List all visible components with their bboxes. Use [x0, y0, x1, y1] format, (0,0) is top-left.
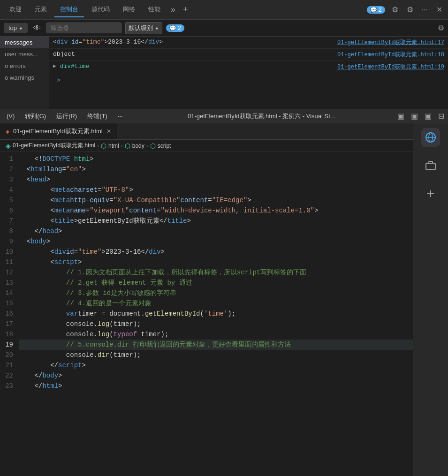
plus-icon [425, 188, 436, 199]
browser-icon [425, 132, 436, 143]
layout-btn-3[interactable]: ▣ [423, 111, 433, 121]
new-tab-icon[interactable]: + [180, 2, 191, 17]
line-num-19: 19 [0, 340, 13, 350]
code-editor: 1 2 3 4 5 6 7 8 9 10 11 12 13 14 15 16 1 [0, 152, 413, 476]
editor-container: ◈ 01-getElementById获取元素.html ✕ ◈ 01-getE… [0, 123, 413, 476]
filter-input[interactable] [46, 23, 121, 33]
code-line-14: // 3.参数 id是大小写敏感的字符串 [19, 288, 413, 298]
editor-tabs: ◈ 01-getElementById获取元素.html ✕ [0, 123, 413, 140]
expand-arrow-icon[interactable]: ▶ [53, 63, 56, 69]
breadcrumb-sep-3: › [146, 143, 148, 149]
editor-tab-main[interactable]: ◈ 01-getElementById获取元素.html ✕ [0, 123, 117, 139]
menu-run[interactable]: 运行(R) [52, 110, 82, 122]
code-line-12: // 1.因为文档页面从上往下加载，所以先得有标签，所以script写到标签的下… [19, 267, 413, 278]
app-wrapper: 欢迎 元素 控制台 源代码 网络 性能 » + 💬 2 ⚙ ⚙ ··· ✕ to… [0, 0, 448, 476]
console-link-2[interactable]: 01-getElementById获取元素.html:18 [337, 51, 444, 59]
breadcrumb-html-icon: ⬡ [101, 142, 106, 150]
console-row-2: object 01-getElementById获取元素.html:18 [49, 49, 448, 61]
window-title: 01-getElementById获取元素.html - 案例六 - Visua… [129, 112, 395, 121]
tab-sources[interactable]: 源代码 [86, 2, 115, 17]
sidebar-item-errors[interactable]: o errors [0, 60, 49, 72]
top-context-button[interactable]: top [4, 23, 28, 33]
level-select[interactable]: 默认级别 [125, 22, 162, 34]
breadcrumb-script[interactable]: script [158, 143, 171, 149]
code-line-17: console.log(timer); [19, 319, 413, 329]
more-tabs-icon[interactable]: » [168, 2, 178, 17]
console-value-2: object [53, 51, 334, 58]
line-num-14: 14 [0, 288, 13, 298]
line-num-7: 7 [0, 216, 13, 226]
console-settings-icon[interactable]: ⚙ [438, 23, 444, 32]
code-line-5: <meta http-equiv="X-UA-Compatible" conte… [19, 195, 413, 205]
eye-button[interactable]: 👁 [31, 22, 43, 34]
line-num-18: 18 [0, 329, 13, 340]
breadcrumb-file[interactable]: 01-getElementById获取元素.html [13, 142, 95, 150]
layout-btn-1[interactable]: ▣ [395, 111, 406, 121]
code-line-3: <head> [19, 174, 413, 185]
sidebar-item-messages[interactable]: messages [0, 37, 49, 48]
line-num-11: 11 [0, 257, 13, 267]
tab-welcome[interactable]: 欢迎 [4, 2, 27, 17]
tab-console[interactable]: 控制台 [54, 2, 84, 17]
breadcrumb-html[interactable]: html [108, 143, 119, 149]
line-num-5: 5 [0, 195, 13, 205]
menu-terminal[interactable]: 终端(T) [83, 110, 112, 122]
chevron-down-icon [19, 24, 23, 31]
code-line-1: <!DOCTYPE html> [19, 154, 413, 164]
message-badge: 💬 2 [367, 6, 385, 14]
tab-close-icon[interactable]: ✕ [106, 128, 111, 135]
breadcrumb-script-icon: ⬡ [150, 142, 156, 150]
breadcrumb-file-icon: ◈ [6, 142, 11, 150]
line-num-2: 2 [0, 164, 13, 174]
briefcase-panel-btn[interactable] [421, 156, 440, 175]
tab-elements[interactable]: 元素 [29, 2, 53, 17]
console-link-3[interactable]: 01-getElementById获取元素.html:19 [337, 63, 444, 71]
menu-more[interactable]: ··· [113, 111, 128, 121]
line-num-22: 22 [0, 370, 13, 381]
breadcrumb-sep-1: › [97, 143, 99, 149]
settings-icon[interactable]: ⚙ [390, 3, 400, 16]
tab-performance[interactable]: 性能 [143, 2, 166, 17]
console-badge: 💬 2 [166, 24, 184, 32]
console-sidebar: messages user mess... o errors o warning… [0, 37, 49, 109]
code-lines: <!DOCTYPE html> <html lang="en"> <head> … [19, 152, 413, 476]
tab-network[interactable]: 网络 [117, 2, 141, 17]
devtools-tabbar: 欢迎 元素 控制台 源代码 网络 性能 » + 💬 2 ⚙ ⚙ ··· ✕ [0, 0, 448, 20]
close-icon[interactable]: ✕ [434, 3, 444, 16]
console-area: messages user mess... o errors o warning… [0, 37, 448, 109]
sidebar-item-warnings[interactable]: o warnings [0, 72, 49, 83]
menu-goto[interactable]: 转到(G) [20, 110, 51, 122]
profile-icon[interactable]: ⚙ [405, 3, 415, 16]
line-num-10: 10 [0, 247, 13, 257]
console-toolbar: top 👁 默认级别 💬 2 ⚙ [0, 20, 448, 37]
menu-view[interactable]: (V) [2, 111, 19, 121]
code-line-9: <body> [19, 236, 413, 247]
console-value-3: div#time [60, 63, 334, 70]
line-num-6: 6 [0, 205, 13, 216]
layout-btn-minimize[interactable]: ⊟ [436, 111, 446, 121]
line-num-9: 9 [0, 236, 13, 247]
console-prompt-icon: > [53, 75, 64, 86]
breadcrumb-body[interactable]: body [132, 143, 144, 149]
code-line-11: <script> [19, 257, 413, 267]
dots-icon[interactable]: ··· [420, 4, 430, 16]
console-row-1: <div id="time">2023-3-16</div> 01-getEle… [49, 37, 448, 49]
line-num-23: 23 [0, 381, 13, 391]
layout-btn-2[interactable]: ▣ [409, 111, 420, 121]
level-label: 默认级别 [129, 24, 153, 32]
vscode-menubar: (V) 转到(G) 运行(R) 终端(T) ··· 01-getElementB… [0, 109, 448, 123]
code-line-15: // 4.返回的是一个元素对象 [19, 298, 413, 309]
add-panel-btn[interactable] [421, 184, 440, 203]
code-line-7: <title>getElementById获取元素</title> [19, 216, 413, 226]
main-layout: ◈ 01-getElementById获取元素.html ✕ ◈ 01-getE… [0, 123, 448, 476]
console-link-1[interactable]: 01-getElementById获取元素.html:17 [337, 38, 444, 46]
code-line-10: <div id = "time">2023-3-16</div> [19, 247, 413, 257]
browser-panel-btn[interactable] [421, 128, 440, 147]
sidebar-item-user-messages[interactable]: user mess... [0, 48, 49, 60]
svg-rect-3 [426, 163, 435, 170]
console-messages-panel: <div id="time">2023-3-16</div> 01-getEle… [49, 37, 448, 109]
line-num-13: 13 [0, 278, 13, 288]
code-line-8: </head> [19, 226, 413, 236]
console-prompt-row: > [49, 73, 448, 88]
code-line-22: </body> [19, 370, 413, 381]
